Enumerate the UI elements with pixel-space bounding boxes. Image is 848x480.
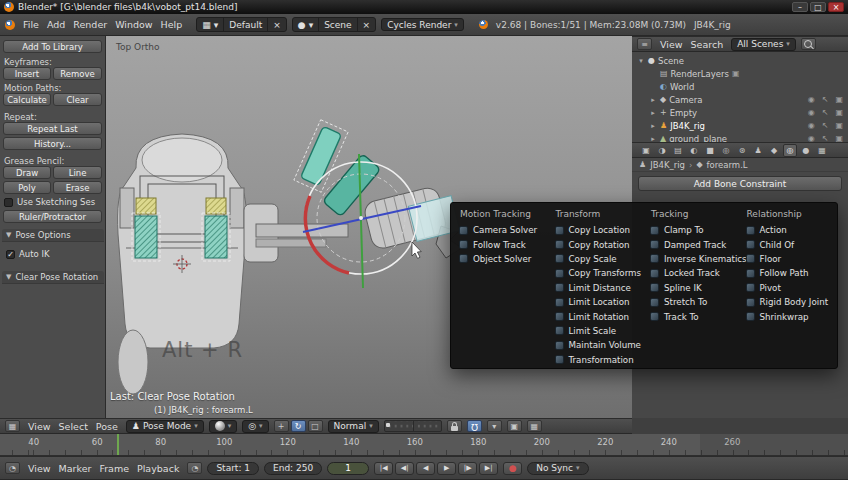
layout-delete-button[interactable]: × bbox=[268, 18, 286, 31]
current-frame-marker[interactable] bbox=[117, 434, 119, 455]
menubar-item[interactable]: File bbox=[20, 19, 42, 30]
add-to-library-button[interactable]: Add To Library bbox=[3, 40, 102, 53]
clear-paths-button[interactable]: Clear bbox=[53, 93, 102, 106]
outliner-row-renderlayers[interactable]: ▤ RenderLayers ▣ bbox=[632, 67, 848, 80]
properties-tab-icon[interactable]: ⊛ bbox=[735, 144, 749, 157]
menu-item[interactable]: Action bbox=[743, 223, 833, 237]
outliner-row-empty[interactable]: ▸ + Empty ◉ ↖ ▣ bbox=[632, 106, 848, 119]
menu-item[interactable]: Rigid Body Joint bbox=[743, 295, 833, 309]
header-menu-item[interactable]: View bbox=[25, 463, 54, 474]
properties-tab-icon[interactable]: ◎ bbox=[719, 144, 733, 157]
menu-item[interactable]: Pivot bbox=[743, 281, 833, 295]
record-button[interactable]: ● bbox=[503, 462, 522, 475]
menu-item[interactable]: Spline IK bbox=[647, 281, 737, 295]
playback-button[interactable]: |◀ bbox=[374, 462, 393, 475]
layers-widget[interactable] bbox=[384, 420, 442, 432]
history-button[interactable]: History... bbox=[3, 137, 102, 150]
menubar-item[interactable]: Help bbox=[158, 19, 186, 30]
menu-item[interactable]: Locked Track bbox=[647, 266, 737, 280]
menu-item[interactable]: Follow Path bbox=[743, 266, 833, 280]
timeline-editor[interactable]: 406080100120140160180200220240260 bbox=[0, 434, 848, 456]
expand-arrow-icon[interactable]: ▸ bbox=[649, 109, 657, 117]
viewport-shading-dropdown[interactable]: ▾ bbox=[209, 420, 238, 433]
render-layer-toggle-icon[interactable]: ▣ bbox=[732, 69, 740, 78]
properties-tab-icon[interactable]: ◑ bbox=[655, 144, 669, 157]
outliner-row-world[interactable]: ◐ World bbox=[632, 80, 848, 93]
gp-line-button[interactable]: Line bbox=[53, 166, 102, 179]
transform-orientation-dropdown[interactable]: Normal ▾ bbox=[328, 420, 379, 433]
expand-arrow-icon[interactable]: ▸ bbox=[649, 96, 657, 104]
menu-item[interactable]: Object Solver bbox=[456, 252, 546, 266]
renderable-icon[interactable]: ▣ bbox=[835, 95, 843, 104]
renderable-icon[interactable]: ▣ bbox=[835, 121, 843, 130]
selectable-icon[interactable]: ↖ bbox=[822, 108, 829, 117]
close-button[interactable]: × bbox=[828, 2, 844, 12]
playback-button[interactable]: ▶ bbox=[437, 462, 456, 475]
header-menu-item[interactable]: Marker bbox=[56, 463, 95, 474]
menu-item[interactable]: Track To bbox=[647, 309, 737, 323]
menubar-item[interactable]: Add bbox=[44, 19, 68, 30]
menu-item[interactable]: Maintain Volume bbox=[552, 338, 642, 352]
torso-bone-right[interactable] bbox=[205, 216, 227, 258]
outliner-row-jb4k-rig[interactable]: ▸ ♟ JB4K_rig ◉ ↖ ▣ bbox=[632, 119, 848, 132]
lock-button[interactable] bbox=[447, 420, 462, 432]
playback-time-icon[interactable]: ◔ bbox=[187, 462, 202, 474]
properties-tab-icon[interactable]: ▣ bbox=[639, 144, 653, 157]
menu-item[interactable]: Limit Location bbox=[552, 295, 642, 309]
pivot-point-dropdown[interactable]: ◎ ▾ bbox=[242, 420, 268, 433]
add-bone-constraint-button[interactable]: Add Bone Constraint bbox=[638, 176, 842, 191]
header-menu-item[interactable]: Playback bbox=[134, 463, 182, 474]
menubar-item[interactable]: Window bbox=[112, 19, 155, 30]
render-engine-dropdown[interactable]: Cycles Render ▾ bbox=[381, 18, 464, 31]
renderable-icon[interactable]: ▣ bbox=[835, 134, 843, 142]
properties-tab-icon[interactable]: ■ bbox=[703, 144, 717, 157]
breadcrumb-bone[interactable]: forearm.L bbox=[707, 160, 748, 170]
menu-item[interactable]: Copy Location bbox=[552, 223, 642, 237]
properties-tab-icon[interactable]: ◐ bbox=[687, 144, 701, 157]
repeat-last-button[interactable]: Repeat Last bbox=[3, 122, 102, 135]
robot-arm[interactable] bbox=[244, 120, 462, 262]
expand-arrow-icon[interactable]: ▸ bbox=[649, 135, 657, 143]
selectable-icon[interactable]: ↖ bbox=[822, 121, 829, 130]
current-frame-field[interactable]: 1 bbox=[327, 462, 369, 475]
menu-item[interactable]: Transformation bbox=[552, 353, 642, 367]
menu-item[interactable]: Damped Track bbox=[647, 237, 737, 251]
menu-item[interactable]: Inverse Kinematics bbox=[647, 252, 737, 266]
outliner-item-label[interactable]: Camera bbox=[669, 95, 702, 105]
eye-icon[interactable]: ◉ bbox=[808, 95, 815, 104]
menu-item[interactable]: Copy Rotation bbox=[552, 237, 642, 251]
playback-button[interactable]: ◀| bbox=[395, 462, 414, 475]
torso-bone-left[interactable] bbox=[135, 216, 157, 258]
eye-icon[interactable]: ◉ bbox=[808, 134, 815, 142]
expand-arrow-icon[interactable]: ▸ bbox=[649, 122, 657, 130]
outliner-row-camera[interactable]: ▸ ◆ Camera ◉ ↖ ▣ bbox=[632, 93, 848, 106]
insert-keyframe-button[interactable]: Insert bbox=[3, 67, 51, 80]
expand-arrow-icon[interactable]: ▾ bbox=[637, 57, 645, 65]
playback-button[interactable]: ◀ bbox=[416, 462, 435, 475]
menu-item[interactable]: Clamp To bbox=[647, 223, 737, 237]
checkbox-box[interactable] bbox=[4, 198, 13, 207]
properties-tab-icon[interactable]: ♟ bbox=[751, 144, 765, 157]
renderable-icon[interactable]: ▣ bbox=[835, 108, 843, 117]
menu-item[interactable]: Stretch To bbox=[647, 295, 737, 309]
outliner-item-label[interactable]: JB4K_rig bbox=[670, 121, 705, 131]
gp-draw-button[interactable]: Draw bbox=[3, 166, 51, 179]
properties-tab-icon[interactable]: ▤ bbox=[671, 144, 685, 157]
mode-dropdown[interactable]: ♟ Pose Mode ▾ bbox=[126, 420, 204, 433]
header-menu-item[interactable]: Search bbox=[688, 39, 727, 50]
header-menu-item[interactable]: View bbox=[657, 39, 686, 50]
blender-menu-icon[interactable] bbox=[5, 20, 15, 30]
clear-pose-rotation-panel-header[interactable]: ▼ Clear Pose Rotation bbox=[2, 271, 104, 284]
minimize-button[interactable]: – bbox=[792, 2, 808, 12]
outliner-row-ground-plane[interactable]: ▸ ▲ ground_plane ◉ ↖ ▣ bbox=[632, 132, 848, 142]
menu-item[interactable]: Follow Track bbox=[456, 237, 546, 251]
properties-tab-icon[interactable]: ◆ bbox=[767, 144, 781, 157]
menu-item[interactable]: Limit Distance bbox=[552, 281, 642, 295]
scene-name-field[interactable]: Scene bbox=[319, 18, 357, 31]
rotate-manipulator-button[interactable]: ↻ bbox=[291, 420, 306, 432]
header-menu-item[interactable]: Pose bbox=[93, 421, 121, 432]
eye-icon[interactable]: ◉ bbox=[808, 108, 815, 117]
playback-button[interactable]: |▶ bbox=[458, 462, 477, 475]
menu-item[interactable]: Copy Transforms bbox=[552, 266, 642, 280]
start-frame-field[interactable]: Start: 1 bbox=[207, 462, 259, 475]
